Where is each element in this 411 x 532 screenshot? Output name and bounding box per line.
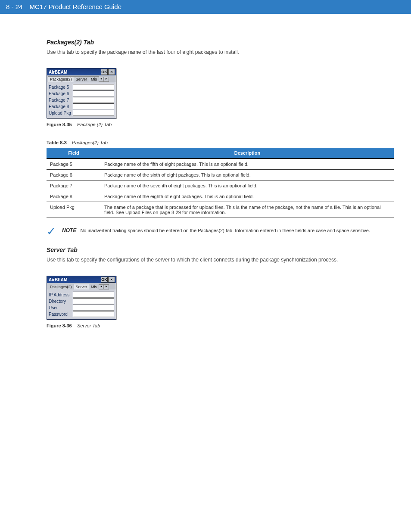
note-text: NOTE No inadvertent trailing spaces shou… <box>62 227 370 233</box>
close-icon[interactable]: × <box>108 277 115 283</box>
tab-scroll-right-icon[interactable]: ▸ <box>104 284 109 289</box>
figure-number: Figure 8-35 <box>47 122 72 127</box>
ok-button[interactable]: OK <box>101 277 108 283</box>
field-label-pass: Password <box>49 312 73 317</box>
checkmark-icon: ✓ <box>47 227 56 234</box>
tab-scroll-right-icon[interactable]: ▸ <box>104 77 109 82</box>
user-input[interactable] <box>73 305 114 311</box>
server-description: Use this tab to specify the configuratio… <box>47 257 394 263</box>
col-header-description: Description <box>101 148 394 159</box>
col-header-field: Field <box>47 148 101 159</box>
table-caption: Packages(2) Tab <box>72 140 108 145</box>
cell-field: Package 8 <box>47 191 101 202</box>
packages2-heading: Packages(2) Tab <box>47 39 394 46</box>
figure-8-35-caption: Figure 8-35 Package (2) Tab <box>47 122 394 127</box>
cell-desc: Package name of the eighth of eight pack… <box>101 191 394 202</box>
page-content: Packages(2) Tab Use this tab to specify … <box>0 14 411 354</box>
table-8-3-label: Table 8-3 Packages(2) Tab <box>47 140 394 145</box>
note-label: NOTE <box>62 227 76 233</box>
page-number: 8 - 24 <box>6 0 22 14</box>
table-row: Package 7Package name of the seventh of … <box>47 180 394 191</box>
cell-desc: Package name of the fifth of eight packa… <box>101 159 394 170</box>
figure-8-36-caption: Figure 8-36 Server Tab <box>47 323 394 328</box>
package6-input[interactable] <box>73 90 114 96</box>
field-label-user: User <box>49 305 73 310</box>
cell-desc: Package name of the sixth of eight packa… <box>101 170 394 180</box>
table-row: Upload PkgThe name of a package that is … <box>47 202 394 218</box>
tab-scroll-left-icon[interactable]: ◂ <box>99 284 104 289</box>
page-header: 8 - 24 MC17 Product Reference Guide <box>0 0 411 14</box>
tab-server[interactable]: Server <box>74 284 90 289</box>
package5-input[interactable] <box>73 84 114 90</box>
figure-8-35-window: AirBEAM OK × Packages(2) Server Mis ◂ ▸ … <box>47 68 116 118</box>
table-number: Table 8-3 <box>47 140 67 145</box>
field-label-package6: Package 6 <box>49 91 73 96</box>
figure-caption-text: Package (2) Tab <box>77 122 112 127</box>
tab-misc[interactable]: Mis <box>89 76 99 82</box>
table-row: Package 6Package name of the sixth of ei… <box>47 170 394 180</box>
tab-packages2[interactable]: Packages(2) <box>48 76 74 82</box>
doc-title: MC17 Product Reference Guide <box>30 3 121 10</box>
window-title: AirBEAM <box>49 70 100 75</box>
packages2-description-table: Field Description Package 5Package name … <box>47 148 394 218</box>
window-tabs: Packages(2) Server Mis ◂ ▸ <box>47 283 116 289</box>
figure-8-36-window: AirBEAM OK × Packages(2) Server Mis ◂ ▸ … <box>47 276 116 320</box>
ip-input[interactable] <box>73 292 114 298</box>
directory-input[interactable] <box>73 298 114 304</box>
table-row: Package 8Package name of the eighth of e… <box>47 191 394 202</box>
cell-field: Package 6 <box>47 170 101 180</box>
field-label-ip: IP Address <box>49 292 73 297</box>
cell-field: Package 7 <box>47 180 101 191</box>
field-label-package5: Package 5 <box>49 85 73 90</box>
window-body: Package 5 Package 6 Package 7 Package 8 … <box>47 82 116 118</box>
close-icon[interactable]: × <box>108 69 115 75</box>
field-label-package7: Package 7 <box>49 98 73 103</box>
window-title: AirBEAM <box>49 277 100 282</box>
packages2-description: Use this tab to specify the package name… <box>47 49 394 55</box>
note-block: ✓ NOTE No inadvertent trailing spaces sh… <box>47 227 394 234</box>
field-label-dir: Directory <box>49 299 73 304</box>
cell-field: Package 5 <box>47 159 101 170</box>
uploadpkg-input[interactable] <box>73 110 114 116</box>
field-label-uploadpkg: Upload Pkg <box>49 111 73 115</box>
tab-misc[interactable]: Mis <box>89 284 99 289</box>
ok-button[interactable]: OK <box>101 69 108 75</box>
figure-number: Figure 8-36 <box>47 323 72 328</box>
password-input[interactable] <box>73 311 114 317</box>
tab-packages2[interactable]: Packages(2) <box>48 284 74 289</box>
tab-server[interactable]: Server <box>74 76 90 82</box>
note-body: No inadvertent trailing spaces should be… <box>80 228 370 233</box>
window-tabs: Packages(2) Server Mis ◂ ▸ <box>47 75 116 82</box>
figure-caption-text: Server Tab <box>77 323 100 328</box>
cell-desc: Package name of the seventh of eight pac… <box>101 180 394 191</box>
window-titlebar: AirBEAM OK × <box>47 276 116 283</box>
cell-field: Upload Pkg <box>47 202 101 218</box>
tab-scroll-left-icon[interactable]: ◂ <box>99 77 104 82</box>
field-label-package8: Package 8 <box>49 104 73 109</box>
package8-input[interactable] <box>73 103 114 109</box>
table-row: Package 5Package name of the fifth of ei… <box>47 159 394 170</box>
window-body: IP Address Directory User Password <box>47 289 116 319</box>
server-heading: Server Tab <box>47 246 394 253</box>
window-titlebar: AirBEAM OK × <box>47 68 116 75</box>
cell-desc: The name of a package that is processed … <box>101 202 394 218</box>
package7-input[interactable] <box>73 97 114 103</box>
